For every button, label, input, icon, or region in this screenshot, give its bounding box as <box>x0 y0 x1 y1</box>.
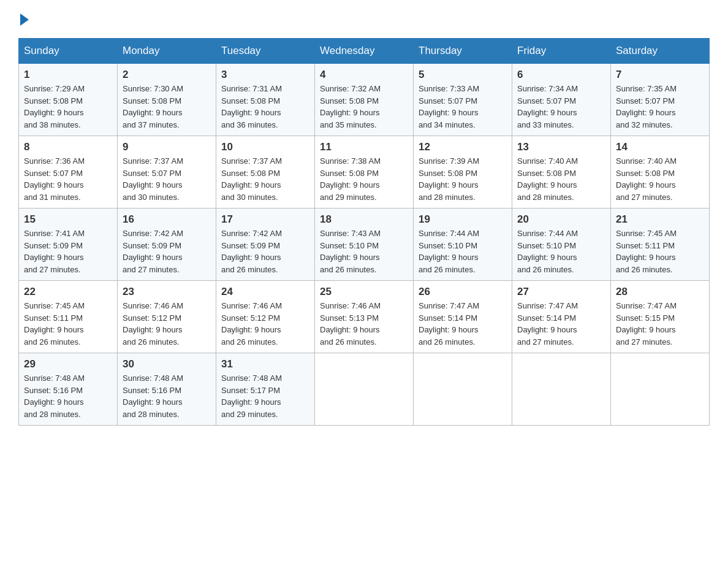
calendar-cell: 2Sunrise: 7:30 AMSunset: 5:08 PMDaylight… <box>118 64 216 136</box>
column-header-sunday: Sunday <box>19 39 118 64</box>
day-number: 25 <box>320 286 408 298</box>
day-info: Sunrise: 7:47 AMSunset: 5:14 PMDaylight:… <box>419 301 479 347</box>
calendar-cell: 8Sunrise: 7:36 AMSunset: 5:07 PMDaylight… <box>19 136 118 209</box>
calendar-cell: 18Sunrise: 7:43 AMSunset: 5:10 PMDayligh… <box>315 209 414 281</box>
empty-cell <box>512 353 611 426</box>
day-number: 8 <box>24 141 112 153</box>
calendar-cell: 29Sunrise: 7:48 AMSunset: 5:16 PMDayligh… <box>19 353 118 426</box>
day-number: 24 <box>221 286 309 298</box>
column-header-saturday: Saturday <box>611 39 710 64</box>
day-info: Sunrise: 7:40 AMSunset: 5:08 PMDaylight:… <box>616 156 677 202</box>
day-number: 16 <box>123 213 211 226</box>
day-number: 31 <box>221 358 309 370</box>
logo <box>18 12 30 26</box>
day-info: Sunrise: 7:37 AMSunset: 5:07 PMDaylight:… <box>123 156 183 202</box>
day-info: Sunrise: 7:48 AMSunset: 5:17 PMDaylight:… <box>221 373 282 419</box>
day-number: 4 <box>320 69 408 81</box>
day-number: 21 <box>616 213 704 226</box>
day-number: 27 <box>517 286 605 298</box>
calendar-cell: 5Sunrise: 7:33 AMSunset: 5:07 PMDaylight… <box>414 64 512 136</box>
day-info: Sunrise: 7:35 AMSunset: 5:07 PMDaylight:… <box>616 84 677 129</box>
day-info: Sunrise: 7:48 AMSunset: 5:16 PMDaylight:… <box>24 373 85 419</box>
calendar-cell: 24Sunrise: 7:46 AMSunset: 5:12 PMDayligh… <box>216 281 315 353</box>
calendar-cell: 9Sunrise: 7:37 AMSunset: 5:07 PMDaylight… <box>118 136 216 209</box>
calendar-cell: 26Sunrise: 7:47 AMSunset: 5:14 PMDayligh… <box>414 281 512 353</box>
calendar-cell: 15Sunrise: 7:41 AMSunset: 5:09 PMDayligh… <box>19 209 118 281</box>
column-header-tuesday: Tuesday <box>216 39 315 64</box>
calendar-cell: 10Sunrise: 7:37 AMSunset: 5:08 PMDayligh… <box>216 136 315 209</box>
day-number: 26 <box>419 286 507 298</box>
calendar-cell: 30Sunrise: 7:48 AMSunset: 5:16 PMDayligh… <box>118 353 216 426</box>
day-info: Sunrise: 7:46 AMSunset: 5:12 PMDaylight:… <box>221 301 282 347</box>
day-number: 30 <box>123 358 211 370</box>
day-number: 2 <box>123 69 211 81</box>
day-info: Sunrise: 7:42 AMSunset: 5:09 PMDaylight:… <box>221 229 282 274</box>
calendar-cell: 25Sunrise: 7:46 AMSunset: 5:13 PMDayligh… <box>315 281 414 353</box>
day-info: Sunrise: 7:44 AMSunset: 5:10 PMDaylight:… <box>517 229 578 274</box>
day-number: 18 <box>320 213 408 226</box>
calendar-cell: 12Sunrise: 7:39 AMSunset: 5:08 PMDayligh… <box>414 136 512 209</box>
logo-arrow-icon <box>20 13 29 26</box>
calendar-cell: 14Sunrise: 7:40 AMSunset: 5:08 PMDayligh… <box>611 136 710 209</box>
calendar-cell: 13Sunrise: 7:40 AMSunset: 5:08 PMDayligh… <box>512 136 611 209</box>
empty-cell <box>414 353 512 426</box>
day-info: Sunrise: 7:37 AMSunset: 5:08 PMDaylight:… <box>221 156 282 202</box>
day-number: 17 <box>221 213 309 226</box>
calendar-cell: 27Sunrise: 7:47 AMSunset: 5:14 PMDayligh… <box>512 281 611 353</box>
day-info: Sunrise: 7:29 AMSunset: 5:08 PMDaylight:… <box>24 84 85 129</box>
column-header-thursday: Thursday <box>414 39 512 64</box>
calendar-table: SundayMondayTuesdayWednesdayThursdayFrid… <box>18 38 710 426</box>
calendar-cell: 17Sunrise: 7:42 AMSunset: 5:09 PMDayligh… <box>216 209 315 281</box>
page-header <box>18 12 710 26</box>
day-info: Sunrise: 7:32 AMSunset: 5:08 PMDaylight:… <box>320 84 381 129</box>
day-number: 20 <box>517 213 605 226</box>
day-info: Sunrise: 7:43 AMSunset: 5:10 PMDaylight:… <box>320 229 381 274</box>
day-info: Sunrise: 7:42 AMSunset: 5:09 PMDaylight:… <box>123 229 183 274</box>
day-info: Sunrise: 7:47 AMSunset: 5:15 PMDaylight:… <box>616 301 677 347</box>
day-info: Sunrise: 7:47 AMSunset: 5:14 PMDaylight:… <box>517 301 578 347</box>
day-number: 29 <box>24 358 112 370</box>
day-number: 19 <box>419 213 507 226</box>
calendar-week-row: 1Sunrise: 7:29 AMSunset: 5:08 PMDaylight… <box>19 64 710 136</box>
day-number: 9 <box>123 141 211 153</box>
day-info: Sunrise: 7:45 AMSunset: 5:11 PMDaylight:… <box>616 229 677 274</box>
day-info: Sunrise: 7:41 AMSunset: 5:09 PMDaylight:… <box>24 229 85 274</box>
day-number: 5 <box>419 69 507 81</box>
day-info: Sunrise: 7:31 AMSunset: 5:08 PMDaylight:… <box>221 84 282 129</box>
calendar-cell: 19Sunrise: 7:44 AMSunset: 5:10 PMDayligh… <box>414 209 512 281</box>
column-header-friday: Friday <box>512 39 611 64</box>
calendar-cell: 21Sunrise: 7:45 AMSunset: 5:11 PMDayligh… <box>611 209 710 281</box>
day-number: 7 <box>616 69 704 81</box>
calendar-cell: 28Sunrise: 7:47 AMSunset: 5:15 PMDayligh… <box>611 281 710 353</box>
day-info: Sunrise: 7:44 AMSunset: 5:10 PMDaylight:… <box>419 229 479 274</box>
day-number: 10 <box>221 141 309 153</box>
calendar-week-row: 29Sunrise: 7:48 AMSunset: 5:16 PMDayligh… <box>19 353 710 426</box>
calendar-cell: 16Sunrise: 7:42 AMSunset: 5:09 PMDayligh… <box>118 209 216 281</box>
calendar-week-row: 22Sunrise: 7:45 AMSunset: 5:11 PMDayligh… <box>19 281 710 353</box>
calendar-cell: 11Sunrise: 7:38 AMSunset: 5:08 PMDayligh… <box>315 136 414 209</box>
calendar-cell: 6Sunrise: 7:34 AMSunset: 5:07 PMDaylight… <box>512 64 611 136</box>
calendar-cell: 20Sunrise: 7:44 AMSunset: 5:10 PMDayligh… <box>512 209 611 281</box>
day-info: Sunrise: 7:30 AMSunset: 5:08 PMDaylight:… <box>123 84 183 129</box>
day-info: Sunrise: 7:45 AMSunset: 5:11 PMDaylight:… <box>24 301 85 347</box>
day-info: Sunrise: 7:46 AMSunset: 5:12 PMDaylight:… <box>123 301 183 347</box>
day-info: Sunrise: 7:39 AMSunset: 5:08 PMDaylight:… <box>419 156 479 202</box>
day-info: Sunrise: 7:34 AMSunset: 5:07 PMDaylight:… <box>517 84 578 129</box>
calendar-cell: 7Sunrise: 7:35 AMSunset: 5:07 PMDaylight… <box>611 64 710 136</box>
calendar-week-row: 8Sunrise: 7:36 AMSunset: 5:07 PMDaylight… <box>19 136 710 209</box>
day-info: Sunrise: 7:40 AMSunset: 5:08 PMDaylight:… <box>517 156 578 202</box>
day-number: 12 <box>419 141 507 153</box>
calendar-cell: 3Sunrise: 7:31 AMSunset: 5:08 PMDaylight… <box>216 64 315 136</box>
day-number: 1 <box>24 69 112 81</box>
calendar-cell: 23Sunrise: 7:46 AMSunset: 5:12 PMDayligh… <box>118 281 216 353</box>
day-number: 28 <box>616 286 704 298</box>
calendar-cell: 1Sunrise: 7:29 AMSunset: 5:08 PMDaylight… <box>19 64 118 136</box>
day-number: 13 <box>517 141 605 153</box>
day-info: Sunrise: 7:36 AMSunset: 5:07 PMDaylight:… <box>24 156 85 202</box>
day-number: 6 <box>517 69 605 81</box>
calendar-week-row: 15Sunrise: 7:41 AMSunset: 5:09 PMDayligh… <box>19 209 710 281</box>
column-header-monday: Monday <box>118 39 216 64</box>
day-info: Sunrise: 7:33 AMSunset: 5:07 PMDaylight:… <box>419 84 479 129</box>
column-header-wednesday: Wednesday <box>315 39 414 64</box>
calendar-cell: 31Sunrise: 7:48 AMSunset: 5:17 PMDayligh… <box>216 353 315 426</box>
